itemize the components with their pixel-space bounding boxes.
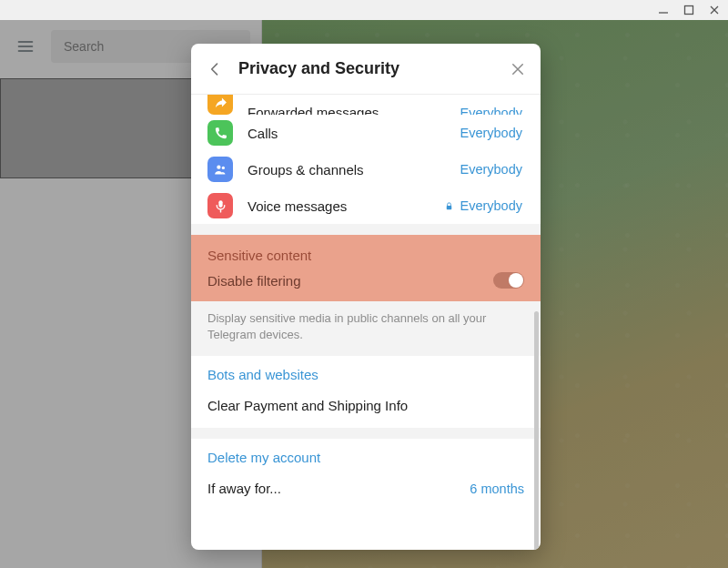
modal-close-button[interactable] [508,59,528,79]
privacy-row-label: Voice messages [248,198,444,214]
window-close-button[interactable] [708,4,721,16]
app-window: Search ssaging Privacy and Security Forw… [0,0,728,568]
clear-payment-row[interactable]: Clear Payment and Shipping Info [191,389,541,428]
modal-title: Privacy and Security [238,59,495,78]
svg-rect-6 [218,200,222,208]
if-away-value: 6 months [470,482,524,496]
back-button[interactable] [204,58,226,80]
disable-filtering-row[interactable]: Disable filtering [191,272,541,301]
svg-point-5 [221,166,224,168]
forward-icon [207,95,233,115]
section-separator [191,428,541,439]
if-away-label: If away for... [207,481,470,496]
delete-account-section: Delete my account If away for... 6 month… [191,439,541,511]
window-minimize-button[interactable] [657,4,670,16]
privacy-row-value: Everybody [460,126,522,140]
privacy-row-group[interactable]: Groups & channelsEverybody [191,151,541,188]
modal-header: Privacy and Security [191,44,541,95]
privacy-row-label: Groups & channels [248,162,460,178]
window-titlebar [0,0,728,20]
delete-account-header: Delete my account [207,450,320,465]
privacy-row-label: Forwarded messages [248,105,460,115]
disable-filtering-label: Disable filtering [207,273,493,289]
clear-payment-label: Clear Payment and Shipping Info [207,398,524,413]
sensitive-content-section: Sensitive content Disable filtering [191,235,541,301]
sensitive-content-header: Sensitive content [191,235,541,272]
privacy-row-value: Everybody [460,106,522,115]
disable-filtering-toggle[interactable] [493,272,524,289]
bots-websites-header: Bots and websites [207,367,318,382]
phone-icon [207,120,233,146]
privacy-row-value: Everybody [460,162,522,177]
modal-scroll: Forwarded messagesEverybodyCallsEverybod… [191,95,541,550]
privacy-row-value: Everybody [444,198,522,213]
privacy-row-label: Calls [248,126,460,141]
svg-point-4 [217,165,220,168]
group-icon [207,157,233,182]
privacy-row-mic[interactable]: Voice messagesEverybody [191,188,541,224]
bots-section: Bots and websites Clear Payment and Ship… [191,356,541,428]
privacy-security-modal: Privacy and Security Forwarded messagesE… [191,44,541,550]
svg-rect-7 [447,206,452,209]
mic-icon [207,193,233,218]
sensitive-content-description: Display sensitive media in public channe… [191,301,541,356]
window-maximize-button[interactable] [682,4,695,16]
svg-rect-1 [685,6,693,15]
modal-scrollbar[interactable] [534,311,539,550]
privacy-row-forward[interactable]: Forwarded messagesEverybody [191,95,541,115]
if-away-row[interactable]: If away for... 6 months [191,472,541,511]
privacy-row-phone[interactable]: CallsEverybody [191,115,541,151]
modal-body: Forwarded messagesEverybodyCallsEverybod… [191,95,541,550]
section-separator [191,224,541,235]
